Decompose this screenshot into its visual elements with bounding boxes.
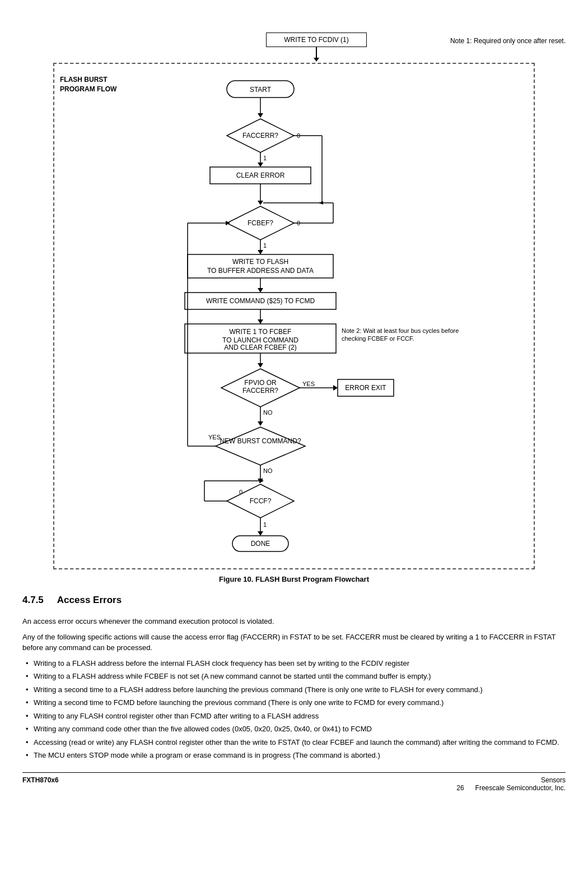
- svg-marker-55: [216, 427, 305, 465]
- svg-marker-24: [319, 201, 323, 205]
- section-para2: Any of the following specific actions wi…: [22, 632, 566, 653]
- svg-marker-49: [333, 385, 338, 391]
- section-para1: An access error occurs whenever the comm…: [22, 616, 566, 627]
- svg-marker-74: [258, 531, 263, 536]
- svg-text:YES: YES: [302, 381, 315, 387]
- svg-marker-31: [258, 288, 263, 293]
- flowchart-svg: START FACCERR? 0 1 CLEAR ERROR: [76, 75, 512, 557]
- list-item: Writing a second time to FCMD before lau…: [34, 697, 566, 708]
- svg-text:Note 2: Wait at least four bus: Note 2: Wait at least four bus cycles be…: [342, 327, 459, 334]
- footer: FXTH870x6 Sensors 26 Freescale Semicondu…: [22, 772, 566, 792]
- svg-text:DONE: DONE: [251, 540, 270, 548]
- svg-text:WRITE 1 TO FCBEF: WRITE 1 TO FCBEF: [230, 328, 292, 336]
- note1-text: Note 1: Required only once after reset.: [450, 37, 566, 45]
- svg-marker-14: [258, 201, 263, 205]
- footer-page: 26 Freescale Semiconductor, Inc.: [456, 784, 566, 792]
- svg-marker-43: [258, 363, 263, 368]
- svg-text:checking FCBEF or FCCF.: checking FCBEF or FCCF.: [342, 335, 414, 342]
- list-item: Writing to a FLASH address before the in…: [34, 658, 566, 669]
- svg-text:WRITE TO FLASH: WRITE TO FLASH: [232, 258, 288, 266]
- svg-text:FCCF?: FCCF?: [250, 497, 272, 505]
- fcdiv-box: WRITE TO FCDIV (1): [266, 33, 367, 47]
- svg-marker-54: [258, 421, 263, 426]
- svg-text:FCBEF?: FCBEF?: [248, 219, 273, 227]
- section-title: Access Errors: [57, 595, 122, 606]
- svg-text:START: START: [250, 86, 272, 94]
- svg-text:1: 1: [263, 521, 267, 528]
- svg-marker-26: [258, 250, 263, 254]
- svg-text:NO: NO: [263, 467, 273, 474]
- svg-text:WRITE COMMAND ($25) TO FCMD: WRITE COMMAND ($25) TO FCMD: [206, 297, 315, 305]
- svg-text:TO BUFFER ADDRESS AND DATA: TO BUFFER ADDRESS AND DATA: [207, 267, 314, 275]
- svg-text:1: 1: [263, 155, 267, 161]
- flash-burst-label: FLASH BURST PROGRAM FLOW: [60, 75, 116, 94]
- svg-marker-35: [258, 319, 263, 324]
- footer-left: FXTH870x6: [22, 776, 59, 792]
- svg-text:CLEAR ERROR: CLEAR ERROR: [236, 171, 285, 179]
- svg-text:1: 1: [263, 242, 267, 249]
- svg-text:TO LAUNCH COMMAND: TO LAUNCH COMMAND: [222, 336, 298, 344]
- list-item: Accessing (read or write) any FLASH cont…: [34, 737, 566, 748]
- list-item: The MCU enters STOP mode while a program…: [34, 750, 566, 761]
- footer-right: Sensors 26 Freescale Semiconductor, Inc.: [456, 776, 566, 792]
- svg-text:ERROR EXIT: ERROR EXIT: [345, 384, 386, 392]
- svg-text:NEW BURST COMMAND?: NEW BURST COMMAND?: [220, 437, 301, 445]
- arrow-fcdiv-down: [316, 47, 317, 58]
- svg-text:YES: YES: [208, 434, 221, 440]
- list-item: Writing to any FLASH control register ot…: [34, 711, 566, 722]
- page: WRITE TO FCDIV (1) Note 1: Required only…: [0, 21, 588, 792]
- footer-sensors: Sensors: [456, 776, 566, 784]
- svg-marker-10: [258, 163, 263, 167]
- list-item: Writing to a FLASH address while FCBEF i…: [34, 671, 566, 682]
- svg-text:FACCERR?: FACCERR?: [242, 132, 278, 140]
- flash-burst-area: FLASH BURST PROGRAM FLOW START FACCERR? …: [53, 63, 535, 569]
- list-item: Writing a second time to a FLASH address…: [34, 684, 566, 695]
- svg-marker-3: [258, 113, 263, 118]
- svg-text:NO: NO: [263, 409, 273, 416]
- bullet-list: Writing to a FLASH address before the in…: [22, 658, 566, 761]
- svg-text:FPVIO OR: FPVIO OR: [244, 379, 277, 387]
- svg-text:AND CLEAR FCBEF (2): AND CLEAR FCBEF (2): [224, 344, 296, 351]
- section-number: 4.7.5: [22, 595, 44, 606]
- figure-caption: Figure 10. FLASH Burst Program Flowchart: [22, 575, 566, 583]
- list-item: Writing any command code other than the …: [34, 724, 566, 735]
- svg-text:FACCERR?: FACCERR?: [242, 387, 278, 395]
